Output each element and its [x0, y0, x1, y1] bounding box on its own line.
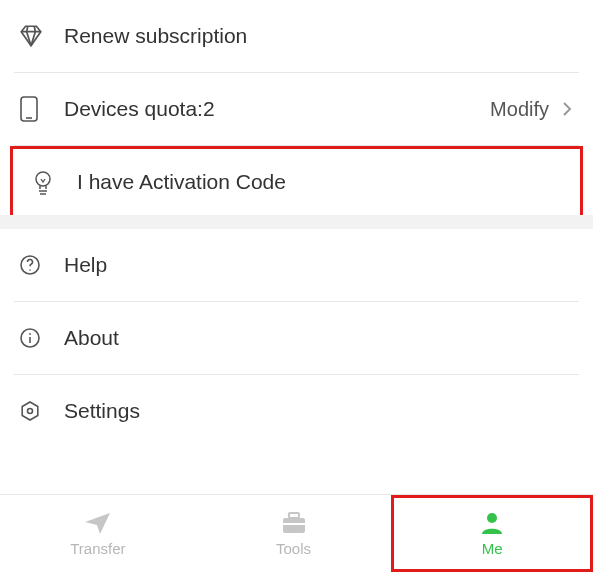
send-icon: [83, 510, 113, 536]
info-icon: [18, 326, 46, 350]
svg-marker-8: [22, 402, 38, 420]
section-gap: [0, 215, 593, 229]
svg-rect-11: [289, 513, 299, 518]
tab-bar: Transfer Tools Me: [0, 494, 593, 572]
svg-point-6: [29, 333, 31, 335]
lightbulb-icon: [31, 169, 59, 195]
row-settings[interactable]: Settings: [0, 375, 593, 447]
svg-point-2: [36, 172, 50, 186]
row-renew-subscription[interactable]: Renew subscription: [0, 0, 593, 72]
row-label: Renew subscription: [64, 24, 575, 48]
tab-label: Transfer: [70, 540, 125, 557]
row-about[interactable]: About: [0, 302, 593, 374]
row-activation-code[interactable]: I have Activation Code: [10, 146, 583, 218]
row-label: About: [64, 326, 575, 350]
person-icon: [478, 510, 506, 536]
settings-icon: [18, 399, 46, 423]
briefcase-icon: [279, 510, 309, 536]
tab-label: Tools: [276, 540, 311, 557]
help-icon: [18, 253, 46, 277]
svg-point-13: [487, 513, 497, 523]
svg-rect-10: [283, 518, 305, 533]
svg-point-4: [29, 269, 31, 271]
tab-label: Me: [482, 540, 503, 557]
modify-action[interactable]: Modify: [490, 98, 549, 121]
tab-tools[interactable]: Tools: [196, 495, 392, 572]
svg-point-9: [28, 409, 33, 414]
tab-transfer[interactable]: Transfer: [0, 495, 196, 572]
row-label: Settings: [64, 399, 575, 423]
row-label: Devices quota:2: [64, 97, 490, 121]
row-help[interactable]: Help: [0, 229, 593, 301]
device-icon: [18, 95, 46, 123]
tab-me[interactable]: Me: [391, 495, 593, 572]
row-label: I have Activation Code: [77, 170, 562, 194]
settings-list: Renew subscription Devices quota:2 Modif…: [0, 0, 593, 494]
chevron-right-icon: [559, 101, 575, 117]
row-devices-quota[interactable]: Devices quota:2 Modify: [0, 73, 593, 145]
diamond-icon: [18, 23, 46, 49]
row-label: Help: [64, 253, 575, 277]
